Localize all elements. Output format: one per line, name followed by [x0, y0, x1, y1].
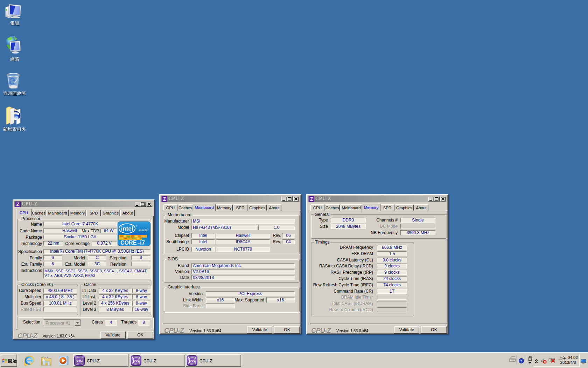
- svg-text:Z: Z: [16, 202, 20, 207]
- svg-text:intel: intel: [121, 225, 133, 232]
- svg-text:CPU-Z: CPU-Z: [76, 360, 83, 362]
- svg-text:CPU-Z: CPU-Z: [189, 360, 195, 362]
- svg-text:CPU-Z: CPU-Z: [133, 360, 139, 362]
- svg-text:Z: Z: [310, 196, 313, 202]
- svg-text:Z: Z: [163, 196, 166, 202]
- svg-text:?: ?: [520, 359, 523, 363]
